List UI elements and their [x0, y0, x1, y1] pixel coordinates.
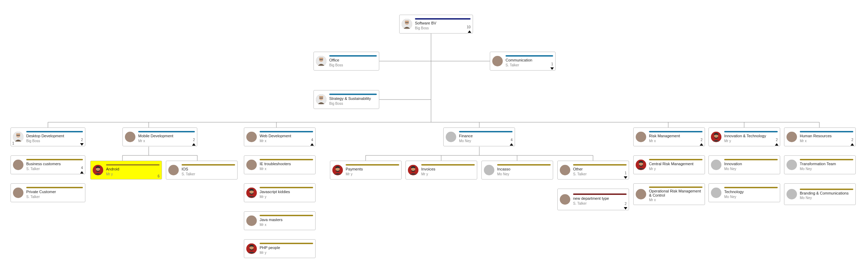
node-java-masters[interactable]: Java masters Mr x [244, 211, 316, 230]
collapse-toggle[interactable] [80, 171, 84, 174]
node-type-bar [260, 243, 313, 244]
node-subtitle: S. Talker [506, 63, 553, 67]
node-javascript-kiddies[interactable]: Javascript kiddies Mr y [244, 183, 316, 202]
node-subtitle: Mr y [724, 139, 778, 143]
node-title: Finance [459, 133, 513, 138]
expand-toggle[interactable] [624, 207, 627, 210]
node-finance[interactable]: Finance Mo Ney 4 [443, 127, 515, 146]
node-subtitle: Big Boss [415, 26, 471, 30]
avatar [13, 160, 23, 170]
node-title: Risk Management [649, 133, 703, 138]
svg-rect-34 [319, 98, 323, 98]
collapse-toggle[interactable] [310, 143, 314, 146]
node-type-bar [260, 187, 313, 188]
avatar-mr-y [246, 243, 257, 254]
node-communication[interactable]: Communication S. Talker 1 [490, 52, 556, 71]
avatar [246, 132, 257, 142]
node-type-bar [649, 159, 703, 160]
collapse-toggle[interactable] [775, 143, 778, 146]
node-subtitle: Mo Ney [724, 195, 778, 199]
node-technology[interactable]: Technology Mo Ney [708, 183, 780, 202]
node-title: PHP people [260, 245, 313, 250]
child-count: 10 [467, 25, 471, 29]
node-title: Innovation & Technology [724, 133, 778, 138]
node-type-bar [800, 159, 853, 160]
node-incasso[interactable]: Incasso Mo Ney [481, 161, 553, 180]
node-php-people[interactable]: PHP people Mr y [244, 239, 316, 258]
svg-rect-33 [319, 96, 323, 97]
node-title: Payments [346, 167, 399, 171]
expand-toggle[interactable] [624, 176, 627, 179]
node-innovation-technology[interactable]: Innovation & Technology Mr y 2 [708, 127, 780, 146]
node-title: Mobile Development [138, 133, 195, 138]
node-central-risk-management[interactable]: Central Risk Management Mr y [633, 155, 705, 174]
avatar [786, 132, 797, 142]
avatar [636, 189, 646, 199]
child-count: 2 [81, 138, 83, 142]
node-title: IE troubleshooters [260, 161, 313, 166]
avatar [246, 215, 257, 226]
chevron-down-icon [80, 143, 84, 146]
node-title: Software BV [415, 21, 471, 25]
node-subtitle: Big Boss [329, 102, 377, 105]
node-subtitle: Mr y [260, 195, 313, 199]
node-software-bv[interactable]: Software BV Big Boss 10 [399, 15, 473, 34]
node-ie-troubleshooters[interactable]: IE troubleshooters Mr x [244, 155, 316, 174]
avatar [446, 132, 456, 142]
node-subtitle: Mr y [649, 167, 703, 171]
collapse-toggle[interactable] [510, 143, 513, 146]
node-title: Branding & Communications [800, 191, 853, 195]
node-subtitle: Mr x [649, 139, 703, 143]
node-type-bar [346, 164, 399, 166]
node-innovation[interactable]: Innovation Mo Ney [708, 155, 780, 174]
org-chart-canvas: Software BV Big Boss 10 Office Big Boss … [0, 0, 868, 278]
node-title: Operational Risk Management & Control [649, 189, 703, 197]
collapse-toggle[interactable] [700, 143, 703, 146]
avatar [246, 160, 257, 170]
avatar [711, 160, 721, 170]
expand-toggle[interactable] [550, 67, 554, 70]
svg-rect-30 [319, 59, 323, 60]
avatar-big-boss [402, 19, 412, 29]
node-type-bar [106, 164, 160, 166]
node-ios[interactable]: IOS S. Talker [166, 161, 238, 180]
node-subtitle: Mr y [346, 172, 399, 176]
node-android[interactable]: Android Mr y 6 [90, 161, 162, 180]
node-other[interactable]: Other S. Talker 1 [557, 161, 629, 180]
node-invoices[interactable]: Invoices Mr y [405, 161, 477, 180]
node-type-bar [26, 187, 83, 188]
node-web-development[interactable]: Web Development Mr x 4 [244, 127, 316, 146]
node-human-resources[interactable]: Human Resources Mr x 2 [784, 127, 856, 146]
node-desktop-development[interactable]: Desktop Development Big Boss 1 2 [10, 127, 85, 146]
svg-rect-37 [16, 133, 20, 135]
node-title: Web Development [260, 133, 313, 138]
collapse-toggle[interactable] [851, 143, 854, 146]
collapse-toggle[interactable] [468, 30, 471, 33]
node-subtitle: Mo Ney [800, 167, 853, 171]
chevron-down-icon [624, 176, 627, 179]
node-branding-communications[interactable]: Branding & Communications Mo Ney [784, 183, 856, 205]
node-new-department-type[interactable]: new department type S. Talker 2 [557, 189, 629, 210]
expand-toggle[interactable] [80, 143, 84, 146]
node-title: Communication [506, 58, 553, 63]
node-risk-management[interactable]: Risk Management Mr x 2 [633, 127, 705, 146]
node-type-bar [724, 131, 778, 132]
node-payments[interactable]: Payments Mr y [330, 161, 402, 180]
node-type-bar [724, 159, 778, 160]
node-subtitle: Big Boss [26, 139, 83, 143]
node-title: Incasso [497, 167, 551, 171]
node-private-customer[interactable]: Private Customer S. Talker [10, 183, 85, 202]
child-count: 2 [624, 202, 627, 206]
node-office[interactable]: Office Big Boss [313, 52, 379, 71]
node-mobile-development[interactable]: Mobile Development Mr x 2 [122, 127, 197, 146]
node-operational-risk-management-control[interactable]: Operational Risk Management & Control Mr… [633, 183, 705, 205]
node-transformation-team[interactable]: Transformation Team Mo Ney [784, 155, 856, 174]
svg-rect-26 [405, 22, 409, 23]
avatar [786, 160, 797, 170]
avatar [786, 189, 797, 199]
chevron-up-icon [510, 143, 513, 146]
node-strategy-sustainability[interactable]: Strategy & Sustainability Big Boss [313, 90, 379, 109]
collapse-toggle[interactable] [192, 143, 196, 146]
node-business-customers[interactable]: Business customers S. Talker 4 [10, 155, 85, 174]
node-subtitle: Mo Ney [497, 172, 551, 176]
